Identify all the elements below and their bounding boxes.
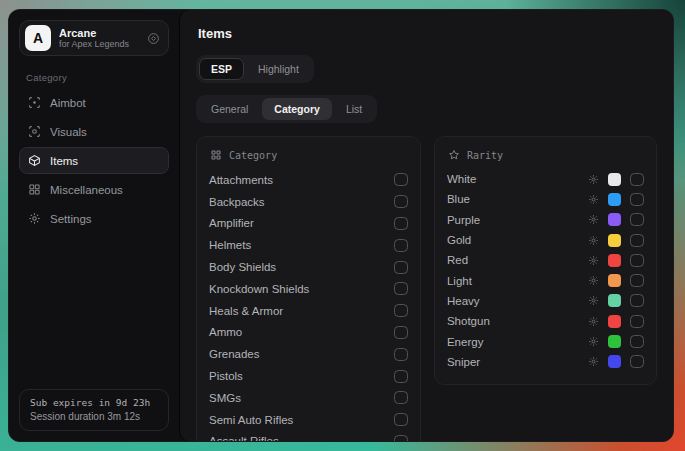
checkbox[interactable] (394, 435, 408, 441)
rarity-item-label: Shotgun (447, 315, 490, 327)
checkbox[interactable] (394, 195, 408, 208)
target-icon[interactable] (147, 32, 160, 45)
page-title: Items (198, 26, 657, 41)
checkbox[interactable] (394, 282, 408, 295)
category-panel: Category AttachmentsBackpacksAmplifierHe… (196, 136, 421, 441)
rarity-row: Gold (447, 230, 644, 250)
rarity-item-label: Gold (447, 234, 471, 246)
category-item-label: Knockdown Shields (209, 283, 309, 295)
category-row: Semi Auto Rifles (209, 409, 408, 431)
checkbox[interactable] (394, 239, 408, 252)
checkbox[interactable] (630, 315, 644, 328)
checkbox[interactable] (394, 326, 408, 339)
rarity-panel-title: Rarity (467, 150, 503, 161)
color-swatch[interactable] (608, 315, 621, 328)
checkbox[interactable] (394, 261, 408, 274)
checkbox[interactable] (394, 413, 408, 426)
rarity-settings-gear-icon[interactable] (588, 255, 599, 266)
rarity-row: Sniper (447, 352, 644, 372)
rarity-item-label: Energy (447, 336, 483, 348)
session-duration-text: Session duration 3m 12s (30, 411, 158, 422)
sidebar-item-settings[interactable]: Settings (19, 205, 169, 232)
tab-esp[interactable]: ESP (199, 58, 244, 80)
category-panel-title: Category (229, 150, 277, 161)
checkbox[interactable] (630, 193, 644, 206)
app-subtitle: for Apex Legends (59, 39, 139, 49)
checkbox[interactable] (394, 348, 408, 361)
category-row: Pistols (209, 365, 408, 387)
color-swatch[interactable] (608, 274, 621, 287)
category-item-label: Grenades (209, 348, 260, 360)
rarity-item-label: White (447, 173, 476, 185)
category-item-label: Body Shields (209, 261, 276, 273)
color-swatch[interactable] (608, 173, 621, 186)
checkbox[interactable] (394, 391, 408, 404)
sidebar-item-miscellaneous[interactable]: Miscellaneous (19, 176, 169, 203)
rarity-settings-gear-icon[interactable] (588, 275, 599, 286)
category-item-label: Pistols (209, 370, 243, 382)
sidebar-item-aimbot[interactable]: Aimbot (19, 89, 169, 116)
rarity-item-label: Blue (447, 193, 470, 205)
category-row: Ammo (209, 322, 408, 344)
sidebar-item-label: Settings (50, 213, 92, 225)
sidebar-item-label: Aimbot (50, 97, 86, 109)
checkbox[interactable] (394, 217, 408, 230)
category-item-label: Backpacks (209, 196, 265, 208)
app-logo: A (25, 25, 51, 51)
checkbox[interactable] (630, 294, 644, 307)
color-swatch[interactable] (608, 254, 621, 267)
checkbox[interactable] (394, 304, 408, 317)
checkbox[interactable] (394, 173, 408, 186)
rarity-settings-gear-icon[interactable] (588, 235, 599, 246)
rarity-item-label: Heavy (447, 295, 480, 307)
tab-general[interactable]: General (199, 98, 260, 120)
rarity-settings-gear-icon[interactable] (588, 356, 599, 367)
rarity-settings-gear-icon[interactable] (588, 194, 599, 205)
rarity-item-label: Red (447, 254, 468, 266)
category-item-label: Amplifier (209, 217, 254, 229)
tab-list[interactable]: List (334, 98, 374, 120)
checkbox[interactable] (630, 355, 644, 368)
sidebar-item-visuals[interactable]: Visuals (19, 118, 169, 145)
sidebar-item-items[interactable]: Items (19, 147, 169, 174)
rarity-settings-gear-icon[interactable] (588, 174, 599, 185)
brand-card: A Arcane for Apex Legends (19, 20, 169, 56)
category-item-label: Assault Rifles (209, 435, 279, 441)
tab-category[interactable]: Category (262, 98, 332, 120)
tab-highlight[interactable]: Highlight (246, 58, 311, 80)
color-swatch[interactable] (608, 294, 621, 307)
category-row: Attachments (209, 169, 408, 191)
crosshair-icon (28, 96, 41, 109)
category-row: Assault Rifles (209, 431, 408, 441)
color-swatch[interactable] (608, 193, 621, 206)
checkbox[interactable] (630, 213, 644, 226)
view-tabs: GeneralCategoryList (196, 95, 377, 123)
star-icon (448, 149, 460, 161)
category-row: Grenades (209, 343, 408, 365)
category-item-label: Heals & Armor (209, 305, 283, 317)
rarity-settings-gear-icon[interactable] (588, 214, 599, 225)
checkbox[interactable] (630, 335, 644, 348)
checkbox[interactable] (630, 173, 644, 186)
rarity-settings-gear-icon[interactable] (588, 295, 599, 306)
rarity-item-label: Sniper (447, 356, 480, 368)
sidebar-section-label: Category (26, 72, 169, 83)
app-name: Arcane (59, 27, 139, 40)
rarity-settings-gear-icon[interactable] (588, 336, 599, 347)
sidebar-item-label: Visuals (50, 126, 87, 138)
color-swatch[interactable] (608, 355, 621, 368)
color-swatch[interactable] (608, 335, 621, 348)
color-swatch[interactable] (608, 234, 621, 247)
sub-expires-text: Sub expires in 9d 23h (30, 397, 158, 408)
rarity-settings-gear-icon[interactable] (588, 316, 599, 327)
checkbox[interactable] (630, 254, 644, 267)
color-swatch[interactable] (608, 213, 621, 226)
sidebar-nav: AimbotVisualsItemsMiscellaneousSettings (19, 89, 169, 232)
category-row: Amplifier (209, 213, 408, 235)
rarity-row: Heavy (447, 291, 644, 311)
category-row: Knockdown Shields (209, 278, 408, 300)
checkbox[interactable] (394, 370, 408, 383)
checkbox[interactable] (630, 234, 644, 247)
checkbox[interactable] (630, 274, 644, 287)
eye-scan-icon (28, 125, 41, 138)
